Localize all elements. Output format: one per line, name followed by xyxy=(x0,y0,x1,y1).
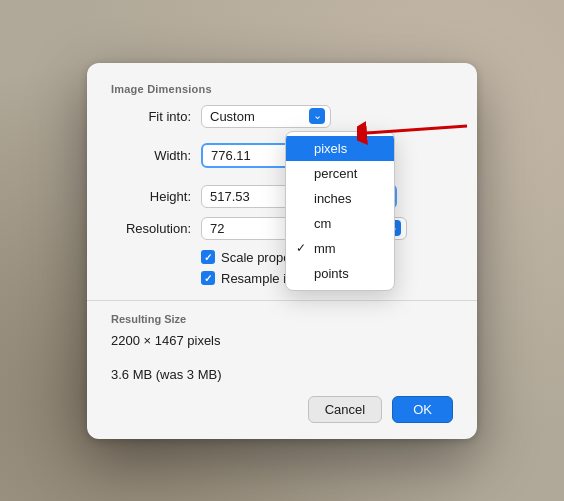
pixel-size-text: 2200 × 1467 pixels xyxy=(111,333,453,348)
height-label: Height: xyxy=(111,189,191,204)
fit-into-row: Fit into: Custom xyxy=(111,105,453,128)
cancel-button[interactable]: Cancel xyxy=(308,396,382,423)
dropdown-item-mm[interactable]: mm xyxy=(286,236,394,261)
dimensions-section: Image Dimensions Fit into: Custom Width:… xyxy=(87,83,477,286)
dropdown-item-inches[interactable]: inches xyxy=(286,186,394,211)
dropdown-item-pixels[interactable]: pixels xyxy=(286,136,394,161)
ok-button[interactable]: OK xyxy=(392,396,453,423)
scale-proportionally-checkbox[interactable] xyxy=(201,250,215,264)
dropdown-item-points[interactable]: points xyxy=(286,261,394,286)
dropdown-item-cm[interactable]: cm xyxy=(286,211,394,236)
result-section-label: Resulting Size xyxy=(111,313,453,325)
dropdown-item-percent[interactable]: percent xyxy=(286,161,394,186)
fit-select-wrap: Custom xyxy=(201,105,331,128)
file-size-text: 3.6 MB (was 3 MB) xyxy=(111,367,453,382)
section-title: Image Dimensions xyxy=(111,83,453,95)
fit-select[interactable]: Custom xyxy=(201,105,331,128)
section-divider xyxy=(87,300,477,301)
image-dimensions-dialog: Image Dimensions Fit into: Custom Width:… xyxy=(87,63,477,439)
units-dropdown-popup: pixels percent inches cm mm points xyxy=(285,131,395,291)
resolution-row: Resolution: pixels/inch xyxy=(111,217,453,240)
width-label: Width: xyxy=(111,148,191,163)
resolution-label: Resolution: xyxy=(111,221,191,236)
result-section: Resulting Size 2200 × 1467 pixels 3.6 MB… xyxy=(87,313,477,382)
height-row: Height: pixels xyxy=(111,184,453,209)
button-row: Cancel OK xyxy=(87,382,477,423)
fit-label: Fit into: xyxy=(111,109,191,124)
resample-image-checkbox[interactable] xyxy=(201,271,215,285)
width-row: Width: xyxy=(111,136,453,176)
